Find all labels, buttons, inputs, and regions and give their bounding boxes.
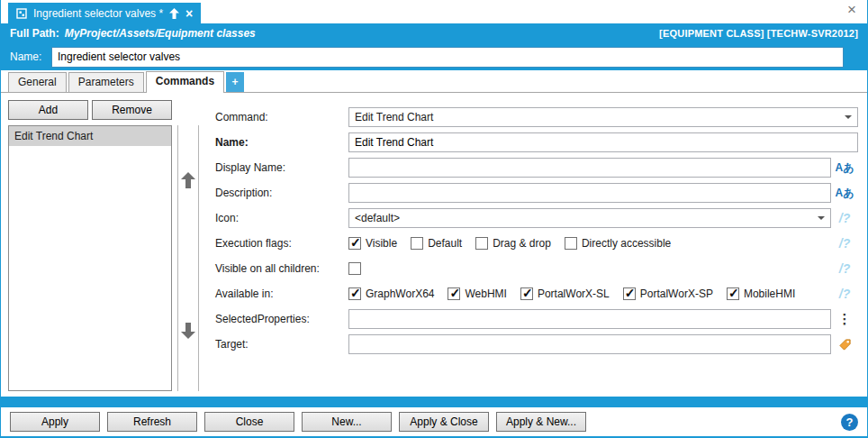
- document-tab[interactable]: Ingredient selector valves * ×: [8, 3, 201, 23]
- available-in-row: Available in: GraphWorX64 WebHMI PortalW…: [215, 284, 858, 304]
- command-row: Command: Edit Trend Chart: [215, 107, 858, 127]
- checkbox-box: [475, 237, 488, 250]
- available-in-label: Available in:: [215, 287, 348, 300]
- refresh-button[interactable]: Refresh: [107, 412, 197, 432]
- description-input[interactable]: [348, 183, 831, 203]
- command-form: Command: Edit Trend Chart Name: Display …: [201, 100, 858, 391]
- checkbox-visible[interactable]: Visible: [348, 237, 397, 250]
- document-tab-title: Ingredient selector valves *: [33, 7, 163, 20]
- float-window-icon[interactable]: [169, 8, 179, 19]
- target-input[interactable]: [348, 334, 831, 354]
- help-button[interactable]: ?: [841, 414, 858, 431]
- tab-add-button[interactable]: +: [226, 72, 244, 92]
- icon-dropdown[interactable]: <default>: [348, 208, 831, 228]
- tab-close-icon[interactable]: ×: [185, 7, 193, 20]
- checkbox-label: PortalWorX-SP: [640, 287, 713, 300]
- name-bar: Name:: [1, 43, 867, 70]
- name-input[interactable]: [51, 47, 844, 68]
- list-buttons: Add Remove: [8, 100, 172, 120]
- checkbox-label: Directly accessible: [582, 237, 671, 250]
- checkbox-portalworx-sl[interactable]: PortalWorX-SL: [520, 287, 610, 300]
- visible-on-all-children-row: Visible on all children: /?: [215, 259, 858, 278]
- checkbox-default[interactable]: Default: [411, 237, 462, 250]
- tab-strip: General Parameters Commands +: [1, 70, 867, 93]
- quick-pick-icon[interactable]: /?: [831, 287, 858, 301]
- remove-button[interactable]: Remove: [92, 100, 172, 120]
- command-name-input[interactable]: [348, 132, 858, 152]
- full-path-value: MyProject/Assets/Equipment classes: [65, 27, 256, 40]
- selected-properties-label: SelectedProperties:: [215, 313, 348, 325]
- tab-general[interactable]: General: [8, 72, 67, 92]
- list-item[interactable]: Edit Trend Chart: [9, 126, 171, 146]
- new-button[interactable]: New...: [302, 412, 392, 432]
- display-name-input[interactable]: [348, 158, 831, 178]
- execution-flags-label: Execution flags:: [215, 237, 348, 250]
- name-row: Name:: [215, 132, 858, 152]
- reorder-strip: [177, 125, 199, 391]
- target-label: Target:: [215, 338, 348, 351]
- checkbox-visible-on-all-children[interactable]: [348, 262, 361, 275]
- description-label: Description:: [215, 187, 348, 199]
- move-down-button[interactable]: [179, 323, 197, 341]
- tab-parameters[interactable]: Parameters: [68, 72, 144, 92]
- checkbox-portalworx-sp[interactable]: PortalWorX-SP: [623, 287, 713, 300]
- localization-icon[interactable]: Aあ: [831, 186, 858, 201]
- footer-button-bar: Apply Refresh Close New... Apply & Close…: [1, 407, 867, 438]
- checkbox-label: Drag & drop: [493, 237, 551, 250]
- chevron-down-icon[interactable]: [845, 115, 852, 119]
- arrow-down-icon: [181, 323, 195, 342]
- window-close-icon[interactable]: ×: [847, 2, 856, 17]
- equipment-class-editor-window: Ingredient selector valves * × × Full Pa…: [0, 0, 868, 438]
- icon-row: Icon: <default> /?: [215, 208, 858, 228]
- apply-close-button[interactable]: Apply & Close: [399, 412, 489, 432]
- selected-properties-input[interactable]: [348, 309, 831, 329]
- apply-button[interactable]: Apply: [10, 412, 100, 432]
- commands-list-panel: Add Remove Edit Trend Chart: [8, 100, 172, 391]
- checkbox-graphworx64[interactable]: GraphWorX64: [348, 287, 434, 300]
- full-path-bar: Full Path: MyProject/Assets/Equipment cl…: [1, 23, 867, 43]
- checkbox-box: [348, 262, 361, 275]
- chevron-down-icon[interactable]: [818, 216, 825, 220]
- checkbox-label: MobileHMI: [744, 287, 795, 300]
- commands-listbox[interactable]: Edit Trend Chart: [8, 125, 172, 391]
- checkbox-webhmi[interactable]: WebHMI: [448, 287, 506, 300]
- checkbox-box: [348, 287, 361, 300]
- apply-new-button[interactable]: Apply & New...: [496, 412, 586, 432]
- checkbox-label: PortalWorX-SL: [538, 287, 610, 300]
- icon-label: Icon:: [215, 212, 348, 224]
- command-dropdown-value: Edit Trend Chart: [355, 111, 433, 123]
- footer-accent-bar: [1, 397, 867, 407]
- checkbox-box: [623, 287, 636, 300]
- checkbox-mobilehmi[interactable]: MobileHMI: [727, 287, 795, 300]
- commands-tab-content: Add Remove Edit Trend Chart C: [1, 93, 867, 397]
- tab-commands[interactable]: Commands: [146, 71, 224, 93]
- close-button[interactable]: Close: [204, 412, 294, 432]
- move-up-button[interactable]: [179, 172, 197, 190]
- quick-pick-icon[interactable]: /?: [831, 261, 858, 276]
- command-label: Command:: [215, 111, 348, 123]
- visible-on-all-children-label: Visible on all children:: [215, 262, 348, 275]
- target-tag-icon[interactable]: [831, 338, 858, 351]
- quick-pick-icon[interactable]: /?: [831, 211, 858, 225]
- description-row: Description: Aあ: [215, 183, 858, 203]
- name-label: Name:: [1, 50, 51, 63]
- quick-pick-icon[interactable]: /?: [831, 236, 858, 251]
- checkbox-box: [520, 287, 533, 300]
- target-row: Target:: [215, 334, 858, 354]
- checkbox-box: [727, 287, 739, 300]
- checkbox-drag-drop[interactable]: Drag & drop: [475, 237, 551, 250]
- context-badge: [EQUIPMENT CLASS] [TECHW-SVR2012]: [659, 28, 858, 39]
- execution-flags-row: Execution flags: Visible Default Drag & …: [215, 233, 858, 253]
- add-button[interactable]: Add: [8, 100, 88, 120]
- checkbox-box: [448, 287, 460, 300]
- checkbox-box: [565, 237, 577, 250]
- command-dropdown[interactable]: Edit Trend Chart: [348, 107, 858, 127]
- equipment-class-icon: [16, 8, 27, 19]
- checkbox-label: WebHMI: [465, 287, 506, 300]
- display-name-label: Display Name:: [215, 161, 348, 174]
- localization-icon[interactable]: Aあ: [831, 160, 858, 176]
- command-name-label: Name:: [215, 136, 348, 149]
- checkbox-directly-accessible[interactable]: Directly accessible: [565, 237, 671, 250]
- more-options-icon[interactable]: ⋮: [831, 311, 858, 327]
- checkbox-box: [348, 237, 361, 250]
